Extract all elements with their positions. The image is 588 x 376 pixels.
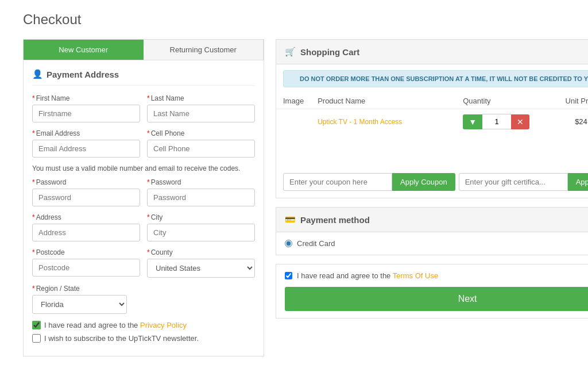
cart-table: Image Product Name Quantity Unit Price T…: [276, 93, 588, 134]
last-name-input[interactable]: [147, 105, 255, 122]
password-group: *Password: [32, 178, 140, 206]
address-group: *Address: [32, 213, 140, 241]
col-price-header: Unit Price: [536, 93, 588, 109]
product-image-cell: [276, 109, 311, 135]
city-input[interactable]: [147, 224, 255, 241]
payment-address-panel: 👤 Payment Address *First Name *Last Name: [23, 60, 264, 356]
qty-input[interactable]: [482, 114, 511, 129]
first-name-group: *First Name: [32, 94, 140, 122]
page-title: Checkout: [23, 11, 565, 28]
tab-new-customer[interactable]: New Customer: [24, 40, 144, 60]
region-row: *Region / State Florida California New Y…: [32, 285, 255, 314]
name-row: *First Name *Last Name: [32, 94, 255, 122]
payment-method-body: Credit Card: [276, 232, 588, 255]
qty-remove-button[interactable]: ✕: [511, 114, 529, 129]
email-phone-row: *Email Address *Cell Phone: [32, 129, 255, 158]
customer-tabs: New Customer Returning Customer: [23, 39, 264, 60]
cart-icon: 🛒: [285, 47, 296, 57]
coupon-row: Apply Coupon Apply Gift Certificate: [276, 167, 588, 198]
col-qty-header: Quantity: [456, 93, 536, 109]
first-name-input[interactable]: [32, 105, 140, 122]
city-group: *City: [147, 213, 255, 241]
newsletter-checkbox[interactable]: [32, 334, 41, 343]
col-product-header: Product Name: [311, 93, 456, 109]
next-button[interactable]: Next: [285, 287, 588, 311]
postcode-input[interactable]: [32, 259, 140, 277]
last-name-group: *Last Name: [147, 94, 255, 122]
credit-card-icon: 💳: [285, 214, 296, 225]
credit-card-radio[interactable]: [285, 240, 292, 247]
first-name-label: *First Name: [32, 94, 140, 102]
shopping-cart-panel: 🛒 Shopping Cart DO NOT ORDER MORE THAN O…: [276, 39, 588, 198]
password2-input[interactable]: [147, 189, 255, 206]
unit-price-cell: $24.00: [536, 109, 588, 135]
postcode-group: *Postcode: [32, 248, 140, 278]
product-link[interactable]: Uptick TV - 1 Month Access: [318, 118, 402, 126]
city-label: *City: [147, 213, 255, 221]
terms-check-row: I have read and agree to the Terms Of Us…: [285, 271, 588, 280]
tab-returning-customer[interactable]: Returning Customer: [144, 40, 264, 60]
email-input[interactable]: [32, 140, 140, 158]
cell-phone-group: *Cell Phone: [147, 129, 255, 158]
region-group: *Region / State Florida California New Y…: [32, 285, 127, 314]
hint-text: You must use a valid mobile number and e…: [32, 164, 255, 172]
country-select[interactable]: United States Canada United Kingdom: [147, 259, 255, 278]
region-label: *Region / State: [32, 285, 127, 293]
terms-checkbox[interactable]: [285, 272, 292, 279]
cart-warning: DO NOT ORDER MORE THAN ONE SUBSCRIPTION …: [283, 70, 588, 87]
address-city-row: *Address *City: [32, 213, 255, 241]
terms-link[interactable]: Terms Of Use: [393, 271, 438, 280]
postcode-label: *Postcode: [32, 248, 140, 256]
credit-card-radio-row: Credit Card: [285, 239, 588, 248]
cell-phone-label: *Cell Phone: [147, 129, 255, 137]
subtotal-row: Sub-Total: $24.00: [283, 143, 588, 151]
qty-control: ▼ ✕: [463, 114, 529, 129]
privacy-checkbox[interactable]: [32, 321, 41, 329]
gift-certificate-input[interactable]: [459, 173, 568, 191]
newsletter-checkbox-row: I wish to subscribe to the UpTickTV news…: [32, 334, 255, 343]
user-icon: 👤: [32, 69, 43, 79]
payment-method-panel: 💳 Payment method Credit Card: [276, 207, 588, 255]
password-row: *Password *Password: [32, 178, 255, 206]
right-panel: 🛒 Shopping Cart DO NOT ORDER MORE THAN O…: [276, 39, 588, 319]
terms-panel: I have read and agree to the Terms Of Us…: [276, 264, 588, 319]
coupon-input[interactable]: [283, 173, 392, 191]
credit-card-label: Credit Card: [297, 239, 335, 248]
county-label: *County: [147, 248, 255, 256]
total-row: Total: $24.00: [283, 154, 588, 162]
password-label: *Password: [32, 178, 140, 186]
region-select[interactable]: Florida California New York Texas: [32, 295, 127, 314]
product-name-cell: Uptick TV - 1 Month Access: [311, 109, 456, 135]
email-group: *Email Address: [32, 129, 140, 158]
privacy-policy-link[interactable]: Privacy Policy: [140, 321, 187, 329]
payment-address-title: 👤 Payment Address: [32, 69, 255, 86]
terms-text: I have read and agree to the Terms Of Us…: [297, 271, 438, 280]
qty-decrease-button[interactable]: ▼: [463, 114, 482, 129]
last-name-label: *Last Name: [147, 94, 255, 102]
county-group: *County United States Canada United King…: [147, 248, 255, 278]
password-input[interactable]: [32, 189, 140, 206]
cart-totals: Sub-Total: $24.00 Total: $24.00: [276, 140, 588, 167]
payment-method-header: 💳 Payment method: [276, 208, 588, 232]
newsletter-text: I wish to subscribe to the UpTickTV news…: [44, 334, 199, 343]
privacy-text: I have read and agree to the Privacy Pol…: [44, 321, 187, 329]
cell-phone-input[interactable]: [147, 140, 255, 158]
qty-cell: ▼ ✕: [456, 109, 536, 135]
email-label: *Email Address: [32, 129, 140, 137]
apply-coupon-button[interactable]: Apply Coupon: [392, 173, 455, 191]
cart-panel-header: 🛒 Shopping Cart: [276, 40, 588, 64]
postcode-county-row: *Postcode *County United States Canada U…: [32, 248, 255, 278]
table-row: Uptick TV - 1 Month Access ▼ ✕ $24.00 $2…: [276, 109, 588, 135]
left-panel: New Customer Returning Customer 👤 Paymen…: [23, 39, 264, 356]
col-image-header: Image: [276, 93, 311, 109]
privacy-checkbox-row: I have read and agree to the Privacy Pol…: [32, 321, 255, 329]
address-label: *Address: [32, 213, 140, 221]
password2-label: *Password: [147, 178, 255, 186]
address-input[interactable]: [32, 224, 140, 241]
password2-group: *Password: [147, 178, 255, 206]
apply-gift-button[interactable]: Apply Gift Certificate: [568, 173, 588, 191]
